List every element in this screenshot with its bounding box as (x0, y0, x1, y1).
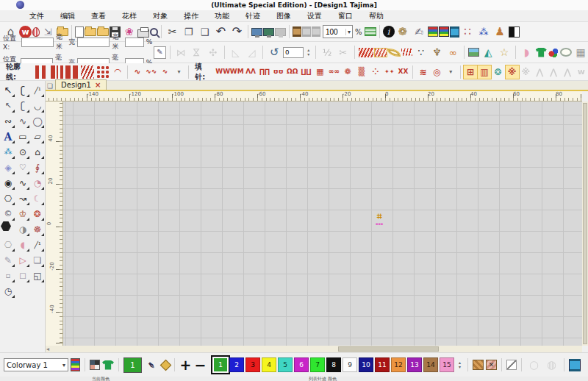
product-view-icon[interactable] (102, 360, 114, 370)
design-origin-marker[interactable]: ⌗ (377, 212, 382, 221)
swatch-9[interactable]: 9 (343, 357, 357, 372)
target-tool[interactable]: ◉ (1, 175, 15, 190)
menu-edit[interactable]: 编辑 (57, 11, 78, 21)
fill-ring-icon[interactable]: ❁ (341, 65, 354, 79)
closed-shape-tool[interactable]: ⌂ (30, 144, 45, 160)
team-names-icon[interactable]: ⁂ (476, 24, 492, 40)
branching-icon[interactable]: ♆ (430, 45, 445, 60)
menu-stitch[interactable]: 针迹 (243, 11, 263, 21)
wave-zigzag-icon[interactable]: ∿∿ (145, 65, 158, 79)
hexagon-gray-tool[interactable]: ⎔ (1, 237, 15, 252)
vertical-scroll-thumb[interactable] (583, 103, 587, 344)
reshape-tool[interactable]: ʗ (15, 82, 30, 98)
fill-satin-icon[interactable]: WM (230, 65, 243, 79)
ribbon-tool[interactable]: ∮ (30, 160, 45, 175)
mirror-x-icon[interactable]: ⋈ (174, 45, 189, 60)
menu-object[interactable]: 对象 (150, 11, 171, 21)
overview-window-icon[interactable] (365, 27, 376, 36)
kidney-tool[interactable]: ☾ (30, 190, 45, 206)
tab-close-icon[interactable]: × (95, 81, 101, 89)
crown-tool[interactable]: ♔ (15, 206, 30, 221)
colorway-dropdown-arrow[interactable]: ▾ (62, 362, 65, 368)
outline-motif-icon[interactable] (96, 65, 110, 79)
zoom-input[interactable] (323, 28, 345, 36)
wheel2-tool[interactable]: ☸ (30, 221, 45, 237)
menu-image[interactable]: 图像 (273, 11, 294, 21)
swatch-5[interactable]: 5 (278, 357, 293, 372)
rotate-spinner[interactable]: ▴▾ (307, 48, 309, 57)
stamp-box-tool[interactable]: ❏ (30, 252, 45, 268)
outline-dash-icon[interactable] (35, 65, 49, 79)
swatch-3[interactable]: 3 (245, 357, 260, 372)
sphere-icon[interactable]: ◍ (544, 357, 559, 373)
freeline-tool[interactable]: ∿ (15, 113, 30, 129)
thread-colors-icon[interactable] (439, 26, 449, 37)
effect-dot-circle-icon[interactable]: ❂ (492, 65, 505, 79)
swatch-6[interactable]: 6 (294, 357, 309, 372)
applique-icon[interactable]: ◗ (520, 45, 534, 60)
paste-icon[interactable]: ❑ (197, 24, 212, 40)
zoom-box-tool[interactable]: ◱ (30, 268, 45, 283)
fill-satin-icon[interactable] (375, 49, 387, 57)
swatch-12[interactable]: 12 (391, 357, 406, 372)
hexagon-tool[interactable]: ⎔ (1, 190, 15, 206)
fabric2-icon[interactable]: ✕ (486, 360, 497, 370)
swatch-4[interactable]: 4 (262, 357, 276, 372)
outline-leaf-icon[interactable] (388, 49, 399, 56)
menu-settings[interactable]: 设置 (304, 11, 325, 21)
pos-x-input[interactable] (21, 38, 54, 47)
select-tool[interactable]: ↖ (1, 82, 15, 98)
menu-function[interactable]: 功能 (212, 11, 232, 21)
design-properties-icon[interactable]: ❁ (395, 24, 411, 40)
arc-pink-tool[interactable]: ◖ (15, 237, 30, 252)
wave-motif-icon[interactable]: ∿ (159, 65, 172, 79)
measure-tool[interactable]: ╱¹ (30, 82, 45, 98)
fabric1-icon[interactable] (473, 360, 484, 370)
menu-window[interactable]: 窗口 (335, 11, 356, 21)
scale-cut-icon[interactable]: ✂ (336, 45, 351, 60)
swatch-10[interactable]: 10 (359, 357, 373, 372)
arc-tool[interactable]: ◡ (30, 98, 45, 113)
hexagon-fill-tool[interactable] (1, 221, 11, 231)
freehand-tool[interactable]: ∿ (15, 175, 30, 190)
travel-fwd-icon[interactable] (312, 26, 320, 37)
fill-stars-icon[interactable]: ✦✦ (383, 65, 396, 79)
node-line-tool[interactable]: ╱¹ (30, 237, 45, 252)
fill-weave-icon[interactable]: ▦ (313, 65, 326, 79)
background-grid-icon[interactable]: ▦ (573, 45, 588, 60)
scroll-left-icon[interactable]: ◂ (46, 346, 49, 352)
design-info-icon[interactable]: i (383, 26, 395, 38)
spool-icon[interactable] (450, 26, 459, 38)
fill-spiral-icon[interactable]: ◎ (430, 65, 443, 79)
swatch-15[interactable]: 15 (440, 357, 454, 372)
insert-image-icon[interactable] (468, 48, 479, 57)
wheel-tool[interactable]: ❂ (30, 206, 45, 221)
dot-square-tool[interactable]: ▫ (1, 268, 15, 283)
hoop-spool-icon[interactable] (569, 359, 581, 371)
color-film-icon[interactable] (428, 26, 438, 37)
hoop-icon[interactable] (560, 48, 572, 57)
star-icon[interactable]: ☆ (497, 45, 512, 60)
width-pct-input[interactable] (125, 38, 144, 47)
product-tshirt-icon[interactable] (536, 48, 547, 57)
mirror-y-icon[interactable]: ⋈ (190, 45, 205, 60)
ellipse-cd-tool[interactable]: ⊙ (15, 144, 30, 160)
add-color-button[interactable]: + (179, 357, 192, 373)
outline-dash2-icon[interactable] (65, 65, 79, 79)
redo-icon[interactable]: ↷ (229, 24, 245, 40)
fill-curve-icon[interactable]: ≋ (416, 65, 429, 79)
wave-run-icon[interactable]: ∿ (131, 65, 144, 79)
fill-more-icon[interactable]: ▾ (444, 65, 457, 79)
outline-satin-icon[interactable] (81, 65, 94, 79)
swatch-2[interactable]: 2 (229, 357, 244, 372)
spiral-tool[interactable]: © (1, 206, 15, 221)
mirror-wreath-icon[interactable]: ✣ (206, 45, 220, 60)
thread-bar-icon[interactable] (71, 358, 80, 371)
fill-loop-icon[interactable]: ʊʊ (272, 65, 285, 79)
swatch-14[interactable]: 14 (423, 357, 438, 372)
pac-tool[interactable]: ◑ (15, 221, 30, 237)
design-canvas[interactable]: ⌗ ▪▪▪ (63, 102, 582, 346)
fill-diamond-icon[interactable]: ⁘ (369, 65, 382, 79)
vertical-scrollbar[interactable] (582, 102, 588, 346)
effect-peak3-icon[interactable]: ⋀ (561, 65, 574, 79)
